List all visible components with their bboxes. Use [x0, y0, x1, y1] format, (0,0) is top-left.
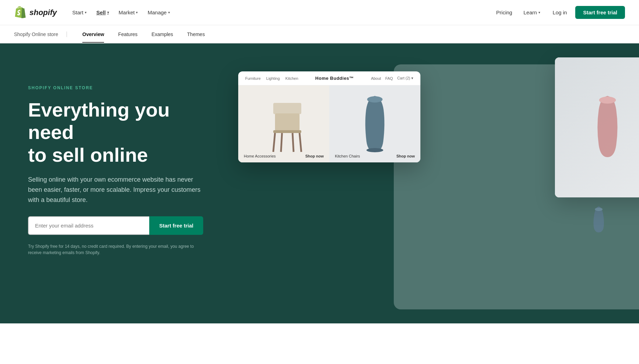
- subnav: Shopify Online store Overview Features E…: [0, 25, 639, 43]
- store-right-links: About FAQ Cart (2) ▾: [371, 76, 413, 80]
- product-label-accessories: Home Accessories: [244, 154, 276, 158]
- hero-subtext: Selling online with your own ecommerce w…: [28, 175, 203, 205]
- store-brand-name: Home Buddies™: [315, 76, 354, 81]
- nav-links-right: Pricing Learn ▾ Log in Start free trial: [492, 6, 625, 19]
- shopify-logo-icon: [14, 6, 27, 19]
- store-nav-furniture: Furniture: [245, 76, 261, 80]
- vase-product-image: [329, 85, 420, 162]
- subnav-overview[interactable]: Overview: [75, 26, 111, 43]
- subnav-themes[interactable]: Themes: [180, 26, 212, 43]
- start-chevron-icon: ▾: [85, 10, 87, 14]
- svg-rect-5: [273, 130, 301, 133]
- store-card-header: Furniture Lighting Kitchen Home Buddies™…: [238, 71, 420, 85]
- chair-product-image: [238, 85, 329, 162]
- svg-point-12: [366, 148, 383, 152]
- sell-chevron-icon: ▾: [107, 10, 109, 14]
- store-cart: Cart (2) ▾: [397, 76, 413, 80]
- logo-text: shopify: [29, 8, 57, 17]
- store-product-accessories: Home Accessories Shop now: [238, 85, 329, 162]
- store-nav-lighting: Lighting: [266, 76, 280, 80]
- svg-line-8: [293, 133, 294, 152]
- store-preview-card-2: [555, 57, 639, 197]
- store-product-chairs: Kitchen Chairs Shop now: [329, 85, 420, 162]
- logo-link[interactable]: shopify: [14, 6, 57, 19]
- svg-rect-4: [275, 113, 300, 131]
- login-button[interactable]: Log in: [547, 7, 573, 18]
- subnav-examples[interactable]: Examples: [145, 26, 180, 43]
- hero-trial-button[interactable]: Start free trial: [149, 216, 203, 235]
- hero-disclaimer: Try Shopify free for 14 days, no credit …: [28, 243, 196, 256]
- nav-trial-button[interactable]: Start free trial: [575, 6, 625, 19]
- navbar: shopify Start ▾ Sell ▾ Market ▾ Manage ▾…: [0, 0, 639, 25]
- market-chevron-icon: ▾: [136, 10, 138, 14]
- product-label-chairs: Kitchen Chairs: [335, 154, 360, 158]
- store-nav-links: Furniture Lighting Kitchen: [245, 76, 298, 80]
- hero-heading: Everything you need to sell online: [28, 99, 203, 166]
- nav-sell[interactable]: Sell ▾: [92, 7, 113, 18]
- svg-line-9: [300, 133, 301, 152]
- blue-vase-decoration: [590, 204, 607, 232]
- store-about-link: About: [371, 76, 381, 80]
- nav-market[interactable]: Market ▾: [115, 7, 142, 18]
- svg-line-7: [281, 133, 282, 152]
- hero-content: SHOPIFY ONLINE STORE Everything you need…: [0, 43, 224, 323]
- email-input[interactable]: [28, 216, 149, 235]
- svg-point-11: [367, 96, 383, 103]
- learn-chevron-icon: ▾: [538, 10, 540, 14]
- hero-section: SHOPIFY ONLINE STORE Everything you need…: [0, 43, 639, 323]
- svg-point-13: [599, 97, 616, 104]
- svg-rect-10: [273, 103, 301, 114]
- nav-manage[interactable]: Manage ▾: [143, 7, 174, 18]
- nav-pricing[interactable]: Pricing: [492, 7, 516, 18]
- store-preview-card: Furniture Lighting Kitchen Home Buddies™…: [238, 71, 420, 162]
- nav-links-left: Start ▾ Sell ▾ Market ▾ Manage ▾: [68, 7, 492, 18]
- store-product-grid: Home Accessories Shop now Kitchen Chairs: [238, 85, 420, 162]
- hero-eyebrow: SHOPIFY ONLINE STORE: [28, 85, 203, 90]
- svg-line-6: [273, 133, 275, 152]
- svg-point-3: [595, 208, 603, 211]
- hero-form: Start free trial: [28, 216, 203, 235]
- manage-chevron-icon: ▾: [168, 10, 170, 14]
- nav-learn[interactable]: Learn ▾: [519, 7, 544, 18]
- store-faq-link: FAQ: [385, 76, 393, 80]
- nav-start[interactable]: Start ▾: [68, 7, 91, 18]
- hero-visual: Furniture Lighting Kitchen Home Buddies™…: [224, 43, 639, 323]
- product-shop-accessories: Shop now: [305, 154, 324, 158]
- subnav-brand: Shopify Online store: [14, 31, 67, 37]
- store-nav-kitchen: Kitchen: [286, 76, 298, 80]
- subnav-features[interactable]: Features: [111, 26, 144, 43]
- product-shop-chairs: Shop now: [396, 154, 415, 158]
